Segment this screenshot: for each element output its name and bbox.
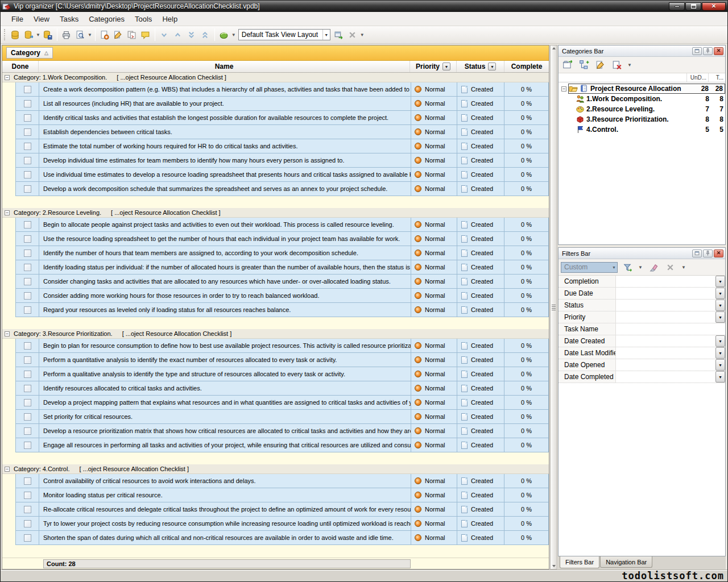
task-row[interactable]: Identify the number of hours that team m… bbox=[15, 246, 549, 260]
task-done-checkbox[interactable] bbox=[24, 157, 31, 164]
task-row[interactable]: Create a work decomposition pattern (e.g… bbox=[15, 82, 549, 97]
task-done-checkbox[interactable] bbox=[24, 534, 31, 542]
total-column-header[interactable]: T... bbox=[708, 73, 725, 82]
filter-dropdown-button[interactable]: ▼ bbox=[715, 300, 725, 311]
task-row[interactable]: Perform a qualitative analysis to identi… bbox=[15, 367, 549, 381]
filter-value-input[interactable] bbox=[616, 276, 715, 287]
move-up-button[interactable] bbox=[171, 28, 185, 41]
menu-categories[interactable]: Categories bbox=[84, 13, 130, 25]
task-row[interactable]: Set priority for critical resources.Norm… bbox=[15, 410, 549, 424]
task-done-checkbox[interactable] bbox=[24, 278, 31, 285]
task-done-checkbox[interactable] bbox=[24, 86, 31, 93]
task-row[interactable]: Shorten the span of dates during which a… bbox=[15, 531, 549, 545]
filter-dropdown-button[interactable]: ▼ bbox=[715, 371, 725, 383]
filter-value-input[interactable] bbox=[616, 323, 715, 335]
task-row[interactable]: Develop a work decomposition schedule th… bbox=[15, 182, 549, 196]
print-preview-button[interactable] bbox=[73, 28, 87, 41]
task-done-checkbox[interactable] bbox=[24, 427, 31, 435]
scroll-up-icon[interactable] bbox=[552, 47, 556, 49]
task-row[interactable]: Develop a resource prioritization matrix… bbox=[15, 424, 549, 438]
priority-filter-dropdown[interactable]: ▼ bbox=[442, 63, 450, 70]
task-row[interactable]: Identify loading status per individual: … bbox=[15, 260, 549, 275]
task-done-checkbox[interactable] bbox=[24, 413, 31, 421]
task-done-checkbox[interactable] bbox=[24, 143, 31, 150]
new-database-button[interactable] bbox=[8, 28, 22, 41]
menu-tools[interactable]: Tools bbox=[130, 13, 157, 25]
column-header-complete[interactable]: Complete bbox=[504, 61, 549, 72]
task-done-checkbox[interactable] bbox=[24, 442, 31, 449]
chevron-down-icon[interactable]: ▼ bbox=[611, 263, 617, 272]
panel-close-button[interactable]: ✕ bbox=[714, 47, 723, 55]
task-row[interactable]: Develop individual time estimates for te… bbox=[15, 153, 549, 168]
collapse-icon[interactable]: − bbox=[561, 86, 566, 92]
column-header-status[interactable]: Status ▼ bbox=[457, 61, 504, 72]
task-row[interactable]: Use individual time estimates to develop… bbox=[15, 168, 549, 182]
collapse-icon[interactable]: − bbox=[5, 210, 10, 215]
task-row[interactable]: Begin to allocate people against project… bbox=[15, 218, 549, 232]
task-done-checkbox[interactable] bbox=[24, 128, 31, 136]
task-row[interactable]: List all resources (including HR) that a… bbox=[15, 97, 549, 111]
task-row[interactable]: Estimate the total number of working hou… bbox=[15, 139, 549, 153]
splitter-grip-icon[interactable] bbox=[552, 305, 556, 310]
filter-value-input[interactable] bbox=[616, 335, 715, 347]
task-done-checkbox[interactable] bbox=[24, 235, 31, 243]
new-subcategory-button[interactable] bbox=[577, 58, 591, 72]
task-done-checkbox[interactable] bbox=[24, 221, 31, 228]
collapse-icon[interactable]: − bbox=[5, 331, 10, 336]
task-done-checkbox[interactable] bbox=[24, 292, 31, 300]
task-done-checkbox[interactable] bbox=[24, 477, 31, 485]
tab-filters-bar[interactable]: Filters Bar bbox=[560, 556, 599, 568]
filter-preset-combo[interactable]: Custom ▼ bbox=[561, 262, 618, 273]
scroll-down-icon[interactable] bbox=[552, 565, 556, 567]
task-done-checkbox[interactable] bbox=[24, 356, 31, 364]
apply-layout-button[interactable] bbox=[332, 28, 346, 41]
task-done-checkbox[interactable] bbox=[24, 492, 31, 499]
layout-combo[interactable]: Default Task View Layout ▼ bbox=[238, 29, 330, 40]
tree-item-selected[interactable]: Project Resource Allocation2828 bbox=[568, 84, 725, 94]
task-done-checkbox[interactable] bbox=[24, 114, 31, 122]
task-row[interactable]: Identify resources allocated to critical… bbox=[15, 381, 549, 396]
filter-dropdown-button[interactable]: ▼ bbox=[715, 347, 725, 359]
delete-filter-button[interactable] bbox=[664, 260, 677, 274]
clear-filter-button[interactable] bbox=[647, 260, 660, 274]
edit-category-button[interactable] bbox=[594, 58, 607, 72]
task-row[interactable]: Regard your resources as leveled only if… bbox=[15, 303, 549, 317]
maximize-button[interactable] bbox=[685, 2, 701, 11]
filter-value-input[interactable] bbox=[616, 347, 715, 359]
task-row[interactable]: Consider adding more working hours for t… bbox=[15, 289, 549, 303]
panel-restore-button[interactable] bbox=[692, 47, 702, 55]
task-row[interactable]: Monitor loading status per critical reso… bbox=[15, 488, 549, 502]
filter-dropdown-button[interactable]: ▼ bbox=[715, 359, 725, 371]
splitter[interactable] bbox=[550, 45, 557, 569]
filter-dropdown-button[interactable]: ▼ bbox=[715, 288, 725, 299]
undone-column-header[interactable]: UnD... bbox=[686, 73, 708, 82]
filter-value-input[interactable] bbox=[616, 311, 715, 323]
delete-category-button[interactable] bbox=[610, 58, 624, 72]
filter-dropdown-button[interactable]: ▼ bbox=[715, 311, 725, 323]
move-to-top-button[interactable] bbox=[198, 28, 212, 41]
chevron-down-icon[interactable]: ▼ bbox=[360, 32, 365, 38]
panel-close-button[interactable]: ✕ bbox=[714, 250, 723, 257]
chevron-down-icon[interactable]: ▼ bbox=[231, 32, 236, 38]
open-database-button[interactable] bbox=[22, 28, 35, 41]
column-header-done[interactable]: Done bbox=[2, 61, 39, 72]
panel-pin-button[interactable] bbox=[703, 250, 713, 257]
filter-value-input[interactable] bbox=[616, 300, 715, 311]
task-row[interactable]: Develop a project mapping pattern that e… bbox=[15, 396, 549, 410]
chevron-down-icon[interactable]: ▼ bbox=[627, 63, 632, 68]
task-row[interactable]: Use the resource loading spreadsheet to … bbox=[15, 232, 549, 246]
menu-tasks[interactable]: Tasks bbox=[55, 13, 84, 25]
save-database-button[interactable] bbox=[41, 28, 55, 41]
task-done-checkbox[interactable] bbox=[24, 371, 31, 378]
close-button[interactable]: ✕ bbox=[702, 2, 726, 11]
move-to-bottom-button[interactable] bbox=[185, 28, 198, 41]
print-button[interactable] bbox=[60, 28, 73, 41]
add-task-button[interactable] bbox=[98, 28, 111, 41]
task-row[interactable]: Perform a quantitative analysis to ident… bbox=[15, 353, 549, 367]
minimize-button[interactable] bbox=[669, 2, 685, 11]
tree-item[interactable]: 1.Work Decomposition.88 bbox=[559, 94, 725, 104]
apply-filter-button[interactable] bbox=[621, 260, 634, 274]
chevron-down-icon[interactable]: ▼ bbox=[88, 32, 92, 38]
group-by-category-button[interactable]: Category △ bbox=[6, 47, 53, 59]
chevron-down-icon[interactable]: ▼ bbox=[638, 265, 643, 270]
